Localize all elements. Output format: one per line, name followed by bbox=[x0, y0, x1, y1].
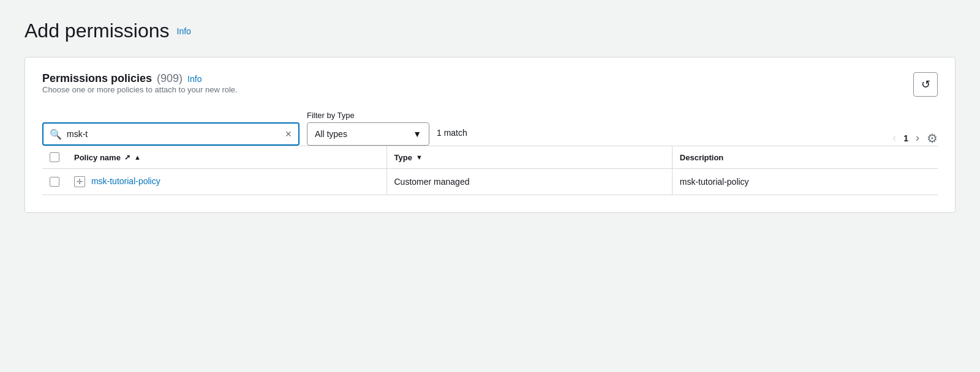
type-filter-selected-value: All types bbox=[315, 129, 347, 139]
refresh-button[interactable]: ↺ bbox=[913, 72, 938, 97]
type-filter-wrapper: Filter by Type All types ▼ bbox=[307, 111, 429, 146]
pagination: ‹ 1 › ⚙ bbox=[890, 130, 938, 146]
match-count: 1 match bbox=[437, 128, 467, 138]
card-title-label: Permissions policies bbox=[42, 72, 152, 85]
card-title: Permissions policies (909) Info bbox=[42, 72, 238, 85]
policy-expand-icon[interactable]: ✛ bbox=[74, 176, 85, 187]
card-subtitle: Choose one or more policies to attach to… bbox=[42, 85, 238, 94]
table-row: ✛ msk-tutorial-policy Customer managed m… bbox=[42, 169, 938, 195]
filter-by-type-label: Filter by Type bbox=[307, 111, 429, 120]
table-header-checkbox bbox=[42, 146, 67, 169]
prev-page-button[interactable]: ‹ bbox=[890, 130, 899, 146]
description-header-label: Description bbox=[680, 153, 724, 162]
card-header: Permissions policies (909) Info Choose o… bbox=[42, 72, 938, 106]
filter-row: 🔍 ✕ Filter by Type All types ▼ 1 match ‹… bbox=[42, 109, 938, 146]
sort-desc-icon[interactable]: ▼ bbox=[416, 154, 423, 161]
row-policy-name-cell: ✛ msk-tutorial-policy bbox=[67, 169, 386, 195]
search-input[interactable] bbox=[67, 129, 280, 139]
table-header-policy-name: Policy name ➚ ▲ bbox=[67, 146, 386, 169]
sort-asc-icon[interactable]: ▲ bbox=[134, 154, 141, 161]
row-checkbox[interactable] bbox=[50, 177, 59, 187]
card-info-link[interactable]: Info bbox=[187, 74, 202, 84]
page-title-text: Add permissions bbox=[24, 20, 170, 42]
search-wrapper: 🔍 ✕ bbox=[42, 109, 300, 146]
permissions-policies-card: Permissions policies (909) Info Choose o… bbox=[24, 57, 956, 213]
clear-search-icon[interactable]: ✕ bbox=[285, 129, 292, 139]
policy-name-link[interactable]: msk-tutorial-policy bbox=[91, 176, 160, 186]
select-all-checkbox[interactable] bbox=[50, 152, 59, 162]
external-link-icon: ➚ bbox=[124, 153, 130, 162]
type-filter-select[interactable]: All types ▼ bbox=[307, 122, 429, 146]
search-box: 🔍 ✕ bbox=[42, 122, 300, 146]
card-title-area: Permissions policies (909) Info Choose o… bbox=[42, 72, 238, 106]
page-title: Add permissions Info bbox=[24, 20, 956, 42]
type-header-label: Type bbox=[394, 153, 412, 162]
row-checkbox-cell bbox=[42, 169, 67, 195]
card-count: (909) bbox=[157, 72, 183, 85]
policy-name-header-label: Policy name bbox=[74, 153, 121, 162]
table-header-description: Description bbox=[673, 146, 938, 169]
refresh-icon: ↺ bbox=[921, 78, 930, 91]
row-type-cell: Customer managed bbox=[387, 169, 672, 195]
chevron-down-icon: ▼ bbox=[413, 129, 421, 139]
next-page-button[interactable]: › bbox=[913, 130, 922, 146]
search-icon: 🔍 bbox=[50, 128, 62, 140]
policies-table: Policy name ➚ ▲ Type ▼ Description bbox=[42, 146, 938, 195]
table-settings-icon[interactable]: ⚙ bbox=[927, 131, 938, 146]
current-page-number: 1 bbox=[903, 133, 908, 143]
page-info-link[interactable]: Info bbox=[177, 26, 191, 36]
table-header-type: Type ▼ bbox=[387, 146, 672, 169]
row-description-cell: msk-tutorial-policy bbox=[673, 169, 938, 195]
